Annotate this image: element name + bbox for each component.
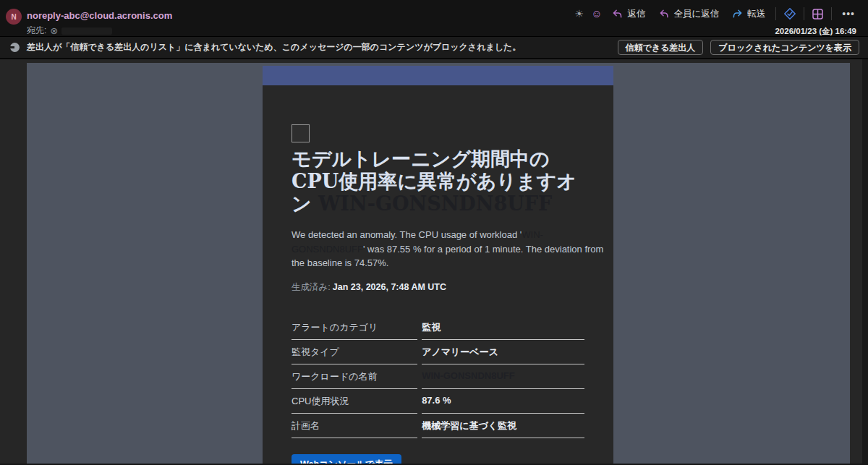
alert-details-table: アラートのカテゴリ 監視 監視タイプ アノマリーベース ワークロードの名前 WI…: [292, 315, 584, 438]
sender-avatar[interactable]: N: [6, 9, 22, 25]
message-toolbar: ☀ ☺ 返信 全員に返信 転送: [575, 6, 858, 22]
info-blocked-icon: [10, 43, 20, 52]
toolbar-divider: [775, 7, 776, 20]
tag-check-icon[interactable]: [783, 7, 796, 20]
email-background: モデルトレーニング期間中のCPU使用率に異常がありますオン WIN-GONSND…: [27, 63, 850, 464]
email-body-text: We detected an anomaly. The CPU usage of…: [292, 228, 613, 270]
reply-arrow-icon: [612, 9, 623, 19]
row-value: 機械学習に基づく監視: [422, 414, 584, 438]
message-date: 2026/01/23 (金) 16:49: [775, 26, 856, 37]
reply-button[interactable]: 返信: [609, 7, 648, 22]
table-row: アラートのカテゴリ 監視: [292, 315, 584, 340]
email-header-bar: [263, 66, 613, 85]
apps-grid-icon[interactable]: [812, 8, 824, 20]
row-value: 87.6 %: [422, 389, 584, 414]
forward-button[interactable]: 転送: [729, 7, 768, 22]
generated-value: Jan 23, 2026, 7:48 AM UTC: [333, 282, 446, 292]
redacted-workload-title: WIN-GONSNDN8UFF: [318, 192, 552, 215]
row-label: ワークロードの名前: [292, 364, 417, 389]
email-title: モデルトレーニング期間中のCPU使用率に異常がありますオン WIN-GONSND…: [292, 148, 592, 215]
row-label: 計画名: [292, 414, 417, 438]
recipient-blocked-icon: ⊗: [50, 25, 58, 36]
sender-email[interactable]: noreply-abc@cloud.acronis.com: [27, 10, 172, 21]
row-value: 監視: [422, 315, 584, 340]
message-header: N noreply-abc@cloud.acronis.com 宛先: ⊗ ☀ …: [0, 0, 868, 37]
more-actions-button[interactable]: •••: [839, 8, 858, 20]
row-label: CPU使用状況: [292, 389, 417, 414]
toolbar-divider: [831, 7, 832, 20]
reply-label: 返信: [627, 8, 645, 20]
show-blocked-content-button[interactable]: ブロックされたコンテンツを表示: [710, 40, 859, 55]
row-label: 監視タイプ: [292, 340, 417, 364]
emoji-reaction-icon[interactable]: ☺: [591, 6, 602, 22]
row-value: アノマリーベース: [422, 340, 584, 364]
banner-message: 差出人が「信頼できる差出人のリスト」に含まれていないため、このメッセージの一部の…: [27, 41, 521, 54]
recipient-row: 宛先: ⊗: [27, 25, 112, 37]
avatar-initial: N: [11, 13, 16, 21]
to-label: 宛先:: [27, 25, 46, 37]
toolbar-divider: [804, 7, 804, 20]
table-row: CPU使用状況 87.6 %: [292, 389, 584, 414]
blocked-content-banner: 差出人が「信頼できる差出人のリスト」に含まれていないため、このメッセージの一部の…: [0, 37, 868, 59]
table-row: ワークロードの名前 WIN-GONSNDN8UFF: [292, 364, 584, 389]
recipient-redacted: [61, 27, 112, 35]
generated-label: 生成済み:: [292, 282, 331, 292]
web-console-button[interactable]: Webコンソールで表示: [292, 454, 401, 464]
theme-icon[interactable]: ☀: [575, 6, 584, 22]
generated-timestamp: 生成済み:Jan 23, 2026, 7:48 AM UTC: [292, 281, 584, 294]
scrollbar[interactable]: [862, 59, 868, 464]
forward-label: 転送: [747, 8, 765, 20]
forward-arrow-icon: [732, 9, 743, 19]
row-label: アラートのカテゴリ: [292, 315, 417, 340]
reading-pane: モデルトレーニング期間中のCPU使用率に異常がありますオン WIN-GONSND…: [0, 59, 868, 464]
trusted-sender-button[interactable]: 信頼できる差出人: [618, 40, 704, 55]
table-row: 計画名 機械学習に基づく監視: [292, 414, 584, 438]
blocked-logo-placeholder: [292, 124, 310, 142]
email-card: モデルトレーニング期間中のCPU使用率に異常がありますオン WIN-GONSND…: [263, 66, 613, 464]
reply-all-button[interactable]: 全員に返信: [655, 7, 722, 22]
reply-all-label: 全員に返信: [673, 8, 719, 20]
row-value-redacted: WIN-GONSNDN8UFF: [422, 364, 584, 389]
reply-all-arrow-icon: [658, 9, 669, 19]
table-row: 監視タイプ アノマリーベース: [292, 340, 584, 364]
